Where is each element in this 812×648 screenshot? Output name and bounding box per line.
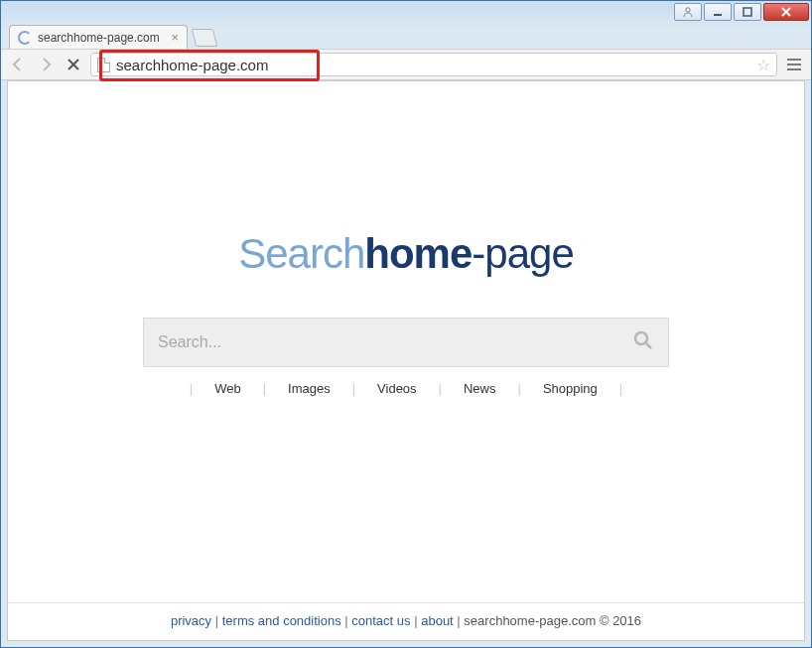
svg-rect-2 bbox=[744, 8, 751, 16]
cat-videos[interactable]: Videos bbox=[355, 381, 439, 396]
footer-contact[interactable]: contact us bbox=[351, 613, 410, 628]
address-bar[interactable]: searchhome-page.com ☆ bbox=[90, 53, 777, 76]
tab-title: searchhome-page.com bbox=[38, 31, 160, 45]
url-text: searchhome-page.com bbox=[116, 57, 268, 73]
back-button[interactable] bbox=[7, 54, 29, 75]
forward-button[interactable] bbox=[35, 54, 57, 75]
footer-about[interactable]: about bbox=[421, 613, 454, 628]
new-tab-button[interactable] bbox=[192, 29, 218, 47]
user-button[interactable] bbox=[674, 3, 702, 21]
category-nav: | Web | Images | Videos | News | Shoppin… bbox=[190, 381, 622, 396]
stop-button[interactable] bbox=[63, 54, 84, 75]
svg-point-7 bbox=[635, 332, 647, 344]
svg-point-0 bbox=[686, 8, 690, 12]
cat-web[interactable]: Web bbox=[193, 381, 263, 396]
footer-terms[interactable]: terms and conditions bbox=[222, 613, 341, 628]
tab-close-icon[interactable]: × bbox=[171, 30, 179, 45]
site-logo: Searchhome-page bbox=[238, 230, 574, 278]
page-viewport: Searchhome-page | Web | Images | Videos … bbox=[7, 80, 805, 641]
minimize-button[interactable] bbox=[704, 3, 732, 21]
search-icon[interactable] bbox=[632, 329, 654, 355]
loading-icon bbox=[18, 31, 32, 45]
cat-news[interactable]: News bbox=[442, 381, 518, 396]
bookmark-star-icon[interactable]: ☆ bbox=[756, 56, 770, 74]
close-button[interactable] bbox=[763, 3, 809, 21]
maximize-button[interactable] bbox=[734, 3, 761, 21]
search-input[interactable] bbox=[158, 333, 632, 351]
page-icon bbox=[97, 58, 110, 72]
cat-shopping[interactable]: Shopping bbox=[521, 381, 619, 396]
svg-line-8 bbox=[646, 343, 651, 348]
menu-button[interactable] bbox=[783, 54, 805, 75]
footer-privacy[interactable]: privacy bbox=[171, 613, 211, 628]
search-box[interactable] bbox=[143, 318, 669, 367]
cat-images[interactable]: Images bbox=[266, 381, 352, 396]
footer: privacy | terms and conditions | contact… bbox=[8, 602, 804, 628]
browser-tab[interactable]: searchhome-page.com × bbox=[9, 25, 188, 49]
